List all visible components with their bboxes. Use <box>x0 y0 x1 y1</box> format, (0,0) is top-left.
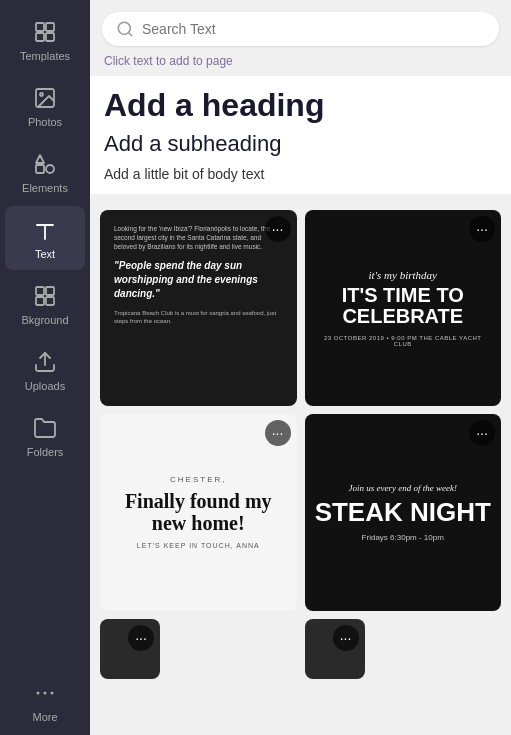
card-moving[interactable]: ··· CHESTER, Finally found my new home! … <box>100 414 297 611</box>
main-panel: Click text to add to page Add a heading … <box>90 0 511 735</box>
sidebar-item-photos[interactable]: Photos <box>5 74 85 138</box>
sidebar-label-templates: Templates <box>20 50 70 62</box>
card-steak-script: Join us every end of the week! <box>349 483 457 493</box>
card-beach-small: Looking for the 'new Ibiza'? Florianópol… <box>114 224 283 251</box>
svg-rect-11 <box>36 287 44 295</box>
card-beach-quote: "People spend the day sun worshipping an… <box>114 259 283 301</box>
body-sample[interactable]: Add a little bit of body text <box>104 166 497 182</box>
sidebar-label-uploads: Uploads <box>25 380 65 392</box>
photos-icon <box>31 84 59 112</box>
svg-rect-2 <box>36 33 44 41</box>
card-steak-time: Fridays 6:30pm - 10pm <box>362 533 444 542</box>
card-birthday-details: 23 OCTOBER 2019 • 9:00 PM THE CABLE YACH… <box>315 335 492 347</box>
heading-sample[interactable]: Add a heading <box>104 88 497 123</box>
svg-rect-0 <box>36 23 44 31</box>
card-beach-footer: Tropicana Beach Club is a must for sangr… <box>114 309 283 326</box>
card-menu-partial1[interactable]: ··· <box>128 625 154 651</box>
card-birthday[interactable]: ··· it's my birthday IT'S TIME TO CELEBR… <box>305 210 502 407</box>
sidebar-label-photos: Photos <box>28 116 62 128</box>
folders-icon <box>31 414 59 442</box>
sidebar-item-uploads[interactable]: Uploads <box>5 338 85 402</box>
sidebar-item-templates[interactable]: Templates <box>5 8 85 72</box>
svg-marker-7 <box>36 155 44 163</box>
sidebar-item-folders[interactable]: Folders <box>5 404 85 468</box>
sidebar-label-elements: Elements <box>22 182 68 194</box>
search-bar[interactable] <box>102 12 499 46</box>
card-birthday-script: it's my birthday <box>369 269 437 281</box>
sidebar-item-background[interactable]: Bkground <box>5 272 85 336</box>
sidebar-label-background: Bkground <box>21 314 68 326</box>
svg-rect-14 <box>46 297 54 305</box>
svg-rect-12 <box>46 287 54 295</box>
card-beach[interactable]: ··· Looking for the 'new Ibiza'? Florian… <box>100 210 297 407</box>
sidebar: Templates Photos Elements Text <box>0 0 90 735</box>
card-moving-main: Finally found my new home! <box>112 490 285 534</box>
search-input[interactable] <box>142 21 485 37</box>
card-steak-main: STEAK NIGHT <box>315 499 491 525</box>
background-icon <box>31 282 59 310</box>
text-samples-panel: Add a heading Add a subheading Add a lit… <box>90 76 511 194</box>
card-steak[interactable]: ··· Join us every end of the week! STEAK… <box>305 414 502 611</box>
svg-point-16 <box>37 692 40 695</box>
cards-area: ··· Looking for the 'new Ibiza'? Florian… <box>90 202 511 735</box>
card-menu-steak[interactable]: ··· <box>469 420 495 446</box>
subheading-sample[interactable]: Add a subheading <box>104 131 497 157</box>
elements-icon <box>31 150 59 178</box>
search-icon <box>116 20 134 38</box>
text-icon <box>31 216 59 244</box>
sidebar-item-text[interactable]: Text <box>5 206 85 270</box>
cards-grid: ··· Looking for the 'new Ibiza'? Florian… <box>100 210 501 679</box>
svg-rect-6 <box>36 165 44 173</box>
svg-point-5 <box>40 93 43 96</box>
card-moving-chester: CHESTER, <box>170 475 226 484</box>
svg-point-17 <box>44 692 47 695</box>
card-menu-partial2[interactable]: ··· <box>333 625 359 651</box>
svg-point-8 <box>46 165 54 173</box>
sidebar-item-elements[interactable]: Elements <box>5 140 85 204</box>
card-menu-birthday[interactable]: ··· <box>469 216 495 242</box>
sidebar-label-more: More <box>32 711 57 723</box>
svg-rect-3 <box>46 33 54 41</box>
svg-rect-13 <box>36 297 44 305</box>
uploads-icon <box>31 348 59 376</box>
sidebar-item-more[interactable]: More <box>5 669 85 733</box>
svg-rect-1 <box>46 23 54 31</box>
card-menu-beach[interactable]: ··· <box>265 216 291 242</box>
card-partial-2[interactable]: ··· <box>305 619 365 679</box>
svg-line-20 <box>128 32 131 35</box>
card-partial-1[interactable]: ··· <box>100 619 160 679</box>
sidebar-label-folders: Folders <box>27 446 64 458</box>
svg-point-18 <box>51 692 54 695</box>
card-birthday-main: IT'S TIME TO CELEBRATE <box>315 285 492 327</box>
click-hint: Click text to add to page <box>90 54 511 76</box>
templates-icon <box>31 18 59 46</box>
more-icon <box>31 679 59 707</box>
card-moving-signoff: LET'S KEEP IN TOUCH, Anna <box>137 542 260 549</box>
sidebar-label-text: Text <box>35 248 55 260</box>
card-menu-moving[interactable]: ··· <box>265 420 291 446</box>
